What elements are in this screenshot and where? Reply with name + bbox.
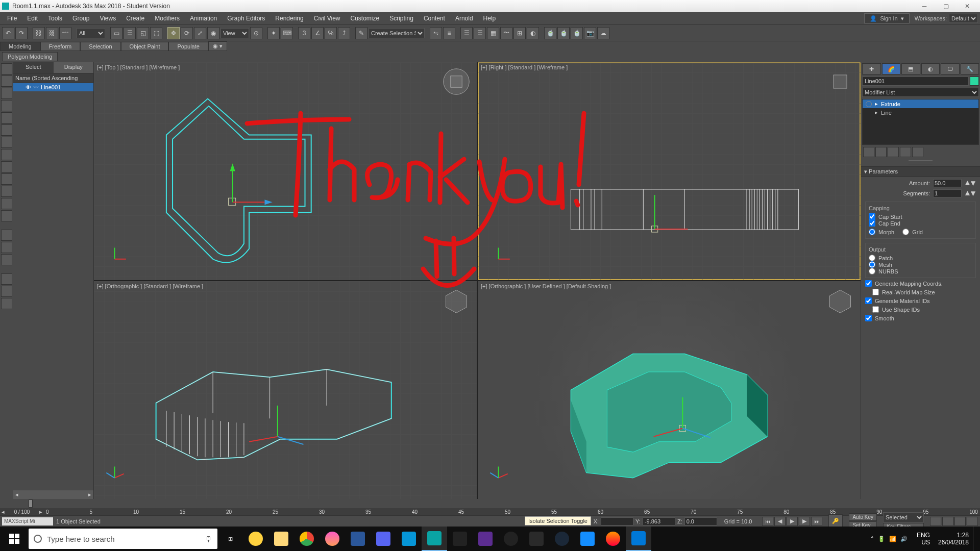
taskbar-app-epic[interactable]: [524, 527, 549, 551]
render-iterative-button[interactable]: 📷: [584, 27, 596, 39]
select-move-button[interactable]: ✥: [167, 27, 180, 39]
taskbar-app-unity[interactable]: [447, 527, 473, 551]
display-frozen-button[interactable]: [1, 198, 12, 209]
nurbs-radio[interactable]: [869, 268, 875, 274]
cmd-tab-utilities[interactable]: 🔧: [961, 63, 979, 74]
ribbon-tab-modeling[interactable]: Modeling: [0, 42, 40, 51]
prev-frame-button[interactable]: ◀: [774, 517, 786, 526]
taskbar-app-firefox[interactable]: [600, 527, 626, 551]
viewport-ortho-shaded[interactable]: [+] [Orthographic ] [User Defined ] [Def…: [478, 281, 861, 499]
taskbar-app-3dsmax[interactable]: [422, 527, 447, 551]
scene-name-header[interactable]: Name (Sorted Ascending: [13, 73, 93, 83]
schematic-view-button[interactable]: ⊞: [513, 27, 526, 39]
ribbon-tab-selection[interactable]: Selection: [80, 42, 120, 51]
spinner-arrows-icon[interactable]: ⯅⯆: [965, 180, 976, 186]
cmd-tab-hierarchy[interactable]: ⬒: [901, 63, 920, 74]
lock-button[interactable]: [1, 298, 12, 309]
menu-customize[interactable]: Customize: [346, 13, 385, 23]
maxscript-listener[interactable]: MAXScript Mi: [2, 517, 53, 525]
amount-spinner[interactable]: [933, 179, 962, 187]
scene-tab-select[interactable]: Select: [13, 62, 54, 73]
object-color-swatch[interactable]: [970, 77, 979, 86]
bind-spacewarp-button[interactable]: 〰: [59, 27, 71, 39]
sort-color-button[interactable]: [1, 254, 12, 265]
zoom-button[interactable]: [930, 517, 941, 526]
ref-coord-dropdown[interactable]: View: [220, 28, 249, 38]
use-shapeid-checkbox[interactable]: [872, 306, 879, 313]
grid-radio[interactable]: [902, 229, 909, 235]
undo-button[interactable]: ↶: [2, 27, 14, 39]
display-geometry-button[interactable]: [1, 76, 12, 87]
language-indicator[interactable]: ENG US: [913, 532, 934, 546]
system-tray[interactable]: ˄ 🔋 📶 🔊: [866, 536, 913, 542]
display-hidden-button[interactable]: [1, 210, 12, 221]
menu-grapheditors[interactable]: Graph Editors: [222, 13, 270, 23]
edit-named-sel-button[interactable]: ✎: [355, 27, 368, 39]
cmd-tab-motion[interactable]: ◐: [921, 63, 940, 74]
scene-tab-display[interactable]: Display: [54, 62, 94, 73]
align-button[interactable]: ≡: [443, 27, 455, 39]
display-container-button[interactable]: [1, 186, 12, 197]
menu-arnold[interactable]: Arnold: [450, 13, 478, 23]
menu-views[interactable]: Views: [94, 13, 121, 23]
make-unique-button[interactable]: [888, 147, 899, 157]
patch-radio[interactable]: [869, 255, 875, 261]
workspaces-selector[interactable]: Workspaces: Default: [915, 14, 978, 23]
selection-filter-dropdown[interactable]: All: [77, 28, 105, 38]
display-xrefs-button[interactable]: [1, 161, 12, 172]
select-manipulate-button[interactable]: ✦: [267, 27, 280, 39]
select-place-button[interactable]: ◉: [207, 27, 219, 39]
viewport-top[interactable]: [+] [Top ] [Standard ] [Wireframe ]: [94, 62, 477, 280]
gen-mapping-checkbox[interactable]: [865, 280, 872, 287]
display-helpers-button[interactable]: [1, 124, 12, 136]
zoom-extents-button[interactable]: [954, 517, 966, 526]
find-button[interactable]: [1, 273, 12, 285]
morph-radio[interactable]: [869, 229, 875, 235]
taskbar-app-steam[interactable]: [549, 527, 575, 551]
taskbar-clock[interactable]: 1:28 26/04/2018: [934, 532, 973, 546]
display-cameras-button[interactable]: [1, 112, 12, 123]
goto-end-button[interactable]: ⏭: [811, 517, 822, 526]
angle-snap-button[interactable]: ∠: [311, 27, 324, 39]
tray-volume-icon[interactable]: 🔊: [900, 536, 908, 542]
smooth-checkbox[interactable]: [865, 315, 872, 321]
taskbar-app-chrome[interactable]: [294, 527, 320, 551]
modifier-list-dropdown[interactable]: Modifier List: [862, 88, 979, 97]
minimize-button[interactable]: ─: [914, 0, 935, 12]
spinner-arrows-icon[interactable]: ⯅⯆: [965, 190, 976, 196]
taskbar-app-norton[interactable]: [243, 527, 268, 551]
zoom-extents-all-button[interactable]: [967, 517, 978, 526]
taskbar-app-explorer[interactable]: [268, 527, 294, 551]
coord-z-input[interactable]: [684, 517, 717, 525]
menu-content[interactable]: Content: [419, 13, 450, 23]
goto-start-button[interactable]: ⏮: [762, 517, 773, 526]
object-name-input[interactable]: [862, 77, 969, 86]
percent-snap-button[interactable]: %: [325, 27, 337, 39]
mic-icon[interactable]: 🎙: [205, 535, 212, 543]
taskbar-app-autodesk[interactable]: [396, 527, 422, 551]
window-crossing-button[interactable]: ⬚: [150, 27, 162, 39]
display-lights-button[interactable]: [1, 100, 12, 111]
ribbon-panel-polygon[interactable]: Polygon Modeling: [2, 52, 58, 61]
coord-x-input[interactable]: [601, 517, 633, 525]
filter-button[interactable]: [1, 286, 12, 297]
tray-battery-icon[interactable]: 🔋: [878, 536, 885, 542]
menu-modifiers[interactable]: Modifiers: [150, 13, 185, 23]
next-frame-button[interactable]: ▶: [799, 517, 810, 526]
taskbar-search[interactable]: Type here to search 🎙: [29, 529, 217, 549]
spinner-snap-button[interactable]: ⤴: [338, 27, 350, 39]
toggle-ribbon-button[interactable]: ▦: [487, 27, 499, 39]
sort-alpha-button[interactable]: [1, 230, 12, 241]
viewport-ortho-wire[interactable]: [+] [Orthographic ] [Standard ] [Wirefra…: [94, 281, 477, 499]
ribbon-tab-populate[interactable]: Populate: [168, 42, 208, 51]
time-slider[interactable]: [0, 499, 980, 508]
scene-item-line001[interactable]: 👁 〰 Line001: [13, 83, 93, 91]
cmd-tab-modify[interactable]: 🌈: [882, 63, 901, 74]
mirror-button[interactable]: ⇋: [430, 27, 442, 39]
keyboard-shortcut-button[interactable]: ⌨: [281, 27, 293, 39]
menu-create[interactable]: Create: [121, 13, 150, 23]
key-mode-dropdown[interactable]: Selected: [883, 512, 924, 522]
taskbar-app-vs[interactable]: [473, 527, 498, 551]
taskbar-app-itunes[interactable]: [320, 527, 345, 551]
remove-modifier-button[interactable]: [900, 147, 911, 157]
